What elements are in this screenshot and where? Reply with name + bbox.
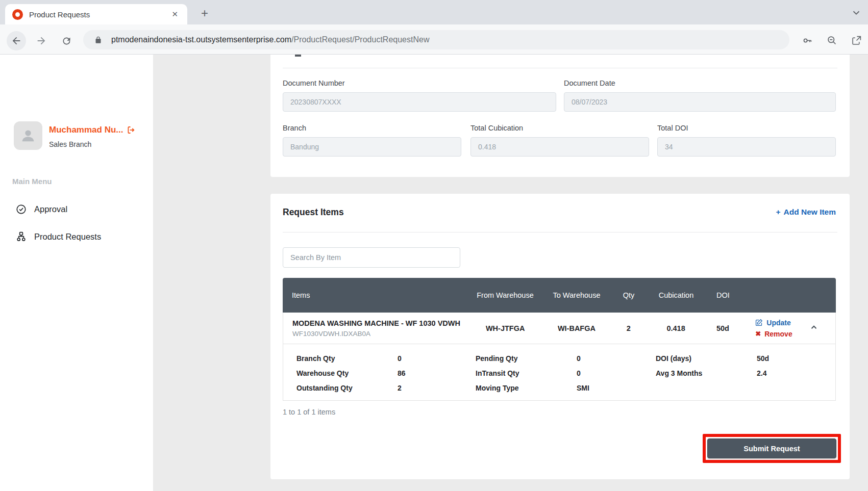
back-icon[interactable] xyxy=(7,31,26,50)
share-icon[interactable] xyxy=(851,35,862,46)
item-name: MODENA WASHING MACHINE - WF 1030 VDWH xyxy=(292,319,469,327)
new-tab-icon[interactable]: + xyxy=(201,7,208,19)
avatar xyxy=(14,121,42,150)
branch-label: Branch xyxy=(283,124,306,132)
items-table: Items From Warehouse To Warehouse Qty Cu… xyxy=(283,278,836,401)
menu-header: Main Menu xyxy=(12,177,52,186)
user-role: Sales Branch xyxy=(49,140,91,148)
x-icon: ✖ xyxy=(755,330,761,338)
table-header: Items From Warehouse To Warehouse Qty Cu… xyxy=(283,278,836,313)
total-doi-field xyxy=(657,137,836,157)
forward-icon[interactable] xyxy=(32,31,51,50)
tab-title: Product Requests xyxy=(29,10,169,19)
item-sku: WF1030VDWH.IDXAB0A xyxy=(292,330,469,338)
detail-label: Outstanding Qty xyxy=(296,384,398,392)
total-cubication-label: Total Cubication xyxy=(470,124,523,132)
submit-request-button[interactable]: Submit Request xyxy=(707,438,836,458)
detail-value: 2.4 xyxy=(757,369,766,377)
url-text: ptmodenaindonesia-tst.outsystemsenterpri… xyxy=(111,35,429,44)
col-cubication: Cubication xyxy=(645,291,707,299)
detail-value: 0 xyxy=(577,369,581,377)
to-warehouse-value: WI-BAFGA xyxy=(541,324,612,332)
click-target-highlight: Submit Request xyxy=(703,434,841,463)
qty-value: 2 xyxy=(612,324,645,332)
sidebar-item-product-requests[interactable]: Product Requests xyxy=(0,226,153,247)
detail-label: InTransit Qty xyxy=(476,369,577,377)
col-to-warehouse: To Warehouse xyxy=(541,291,612,299)
user-name-link[interactable]: Muchammad Nu... xyxy=(49,125,136,135)
divider xyxy=(283,68,837,68)
password-key-icon[interactable] xyxy=(802,35,813,46)
approval-badge-icon xyxy=(15,203,27,215)
detail-label: Moving Type xyxy=(476,384,577,392)
reload-icon[interactable] xyxy=(57,31,76,50)
document-date-label: Document Date xyxy=(564,79,615,87)
col-doi: DOI xyxy=(707,291,739,299)
col-items: Items xyxy=(283,291,469,299)
modena-favicon-icon xyxy=(12,9,23,20)
total-doi-label: Total DOI xyxy=(657,124,688,132)
col-from-warehouse: From Warehouse xyxy=(469,291,541,299)
request-items-title: Request Items xyxy=(283,207,344,218)
edit-icon xyxy=(755,319,763,326)
detail-label: Branch Qty xyxy=(296,354,398,363)
detail-value: 0 xyxy=(398,354,402,363)
document-number-field xyxy=(283,92,556,112)
update-button[interactable]: Update xyxy=(755,319,792,327)
detail-value: 0 xyxy=(577,354,581,363)
remove-button[interactable]: ✖ Remove xyxy=(755,330,792,338)
hierarchy-icon xyxy=(15,231,27,243)
document-date-field xyxy=(564,92,836,112)
tab-close-icon[interactable]: ✕ xyxy=(169,9,180,20)
plus-icon: + xyxy=(776,208,780,216)
logout-icon[interactable] xyxy=(127,125,136,135)
sidebar: Muchammad Nu... Sales Branch Main Menu A… xyxy=(0,55,153,491)
browser-tab-strip: Product Requests ✕ + xyxy=(0,0,868,24)
document-form-card: Document Number Document Date Branch Tot… xyxy=(270,55,850,177)
doi-value: 50d xyxy=(707,324,738,332)
url-bar[interactable]: ptmodenaindonesia-tst.outsystemsenterpri… xyxy=(83,30,789,49)
request-items-card: Request Items +Add New Item Items From W… xyxy=(270,194,850,479)
from-warehouse-value: WH-JTFGA xyxy=(469,324,541,332)
document-number-label: Document Number xyxy=(283,79,345,87)
table-row: MODENA WASHING MACHINE - WF 1030 VDWH WF… xyxy=(283,313,835,344)
zoom-out-icon[interactable] xyxy=(827,35,837,46)
sidebar-item-approval[interactable]: Approval xyxy=(0,199,153,219)
col-qty: Qty xyxy=(612,291,645,299)
lock-icon xyxy=(94,36,102,44)
browser-tab[interactable]: Product Requests ✕ xyxy=(5,4,187,24)
detail-label: Pending Qty xyxy=(476,354,577,363)
item-details: Branch Qty0 Pending Qty0 DOI (days)50d W… xyxy=(283,344,835,400)
total-cubication-field xyxy=(470,137,649,157)
detail-value: 50d xyxy=(757,354,769,363)
pagination-text: 1 to 1 of 1 items xyxy=(283,408,335,416)
collapse-chevron-up-icon[interactable] xyxy=(809,323,819,332)
browser-toolbar: ptmodenaindonesia-tst.outsystemsenterpri… xyxy=(0,24,868,55)
divider xyxy=(283,232,837,232)
detail-label: Avg 3 Months xyxy=(656,369,757,377)
detail-value: 86 xyxy=(398,369,406,377)
detail-label: Warehouse Qty xyxy=(296,369,398,377)
add-new-item-button[interactable]: +Add New Item xyxy=(776,208,836,217)
cubication-value: 0.418 xyxy=(645,324,707,332)
clipped-heading xyxy=(295,55,301,57)
tab-list-chevron-down-icon[interactable] xyxy=(851,7,862,18)
branch-field xyxy=(283,137,461,157)
detail-value: 2 xyxy=(398,384,402,392)
detail-label: DOI (days) xyxy=(656,354,757,363)
search-input[interactable] xyxy=(283,247,460,268)
detail-value: SMI xyxy=(577,384,589,392)
